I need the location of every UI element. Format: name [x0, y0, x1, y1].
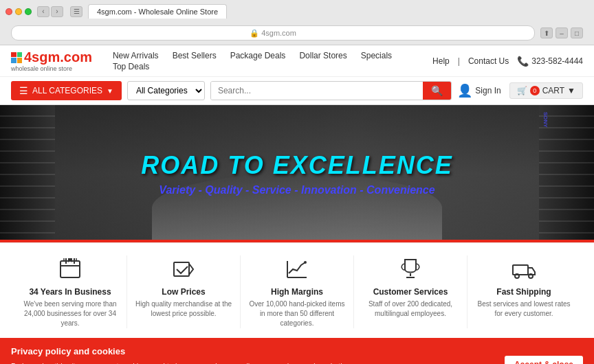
main-nav: New Arrivals Best Sellers Package Deals …: [113, 51, 432, 71]
feature-prices-title: Low Prices: [162, 287, 205, 297]
trophy-icon: [398, 255, 423, 283]
feature-years-title: 34 Years In Business: [29, 287, 111, 297]
chevron-down-icon: ▼: [107, 87, 113, 95]
hamburger-icon: ☰: [19, 85, 28, 96]
nav-top-deals[interactable]: Top Deals: [113, 62, 149, 71]
nav-package-deals[interactable]: Package Deals: [230, 51, 286, 60]
phone-icon: 📞: [517, 56, 529, 67]
feature-margins-title: High Margins: [271, 287, 323, 297]
nav-top-row: New Arrivals Best Sellers Package Deals …: [113, 51, 432, 60]
svg-point-14: [529, 274, 533, 278]
feature-prices: Low Prices High quality merchandise at t…: [127, 255, 241, 328]
minimize-window-button[interactable]: –: [556, 27, 568, 38]
phone-number: 📞 323-582-4444: [517, 56, 583, 67]
header-actions: 👤 Sign In 🛒 0 CART ▼: [457, 82, 583, 99]
tab-bar: 4sgm.com - Wholesale Online Store: [88, 4, 227, 19]
nav-bottom-row: Top Deals: [113, 62, 432, 71]
feature-years-desc: We've been serving more than 24,000 busi…: [19, 299, 121, 328]
cookie-title: Privacy policy and cookies: [11, 345, 497, 359]
nav-dollar-stores[interactable]: Dollar Stores: [299, 51, 346, 60]
site-content: 4sgm.com wholesale online store New Arri…: [0, 45, 594, 364]
svg-rect-0: [60, 261, 80, 277]
logo-tagline: wholesale online store: [11, 65, 92, 72]
hero-background: ROAD TO EXCELLENCE Variety - Quality - S…: [0, 105, 594, 242]
svg-rect-12: [513, 265, 528, 275]
share-button[interactable]: ⬆: [540, 27, 553, 38]
logo[interactable]: 4sgm.com wholesale online store: [11, 49, 92, 72]
feature-service-desc: Staff of over 200 dedicated, multilingua…: [360, 299, 461, 319]
header-right: Help | Contact Us 📞 323-582-4444: [432, 56, 583, 67]
cart-icon: 🛒: [517, 86, 527, 95]
contact-link[interactable]: Contact Us: [468, 56, 509, 66]
search-button[interactable]: 🔍: [423, 82, 451, 100]
nav-best-sellers[interactable]: Best Sellers: [173, 51, 217, 60]
nav-specials[interactable]: Specials: [361, 51, 392, 60]
feature-margins-desc: Over 10,000 hand-picked items in more th…: [246, 299, 348, 328]
feature-service-title: Customer Services: [373, 287, 448, 297]
feature-years: 34 Years In Business We've been serving …: [14, 255, 127, 328]
features-section: 34 Years In Business We've been serving …: [0, 242, 594, 338]
chart-icon: [285, 255, 309, 283]
search-icon: 🔍: [431, 85, 443, 96]
search-bar: ☰ ALL CATEGORIES ▼ All Categories 🔍 👤 Si…: [0, 77, 594, 105]
maximize-button[interactable]: [25, 8, 32, 15]
svg-rect-6: [174, 262, 189, 276]
hero-banner: ROAD TO EXCELLENCE Variety - Quality - S…: [0, 105, 594, 242]
feature-shipping: Fast Shipping Best services and lowest r…: [468, 255, 580, 328]
close-button[interactable]: [6, 8, 12, 15]
cart-count: 0: [530, 86, 540, 95]
hero-subtitle: Variety - Quality - Service - Innovation…: [159, 184, 434, 196]
feature-margins: High Margins Over 10,000 hand-picked ite…: [241, 255, 354, 328]
cart-button[interactable]: 🛒 0 CART ▼: [509, 82, 583, 99]
active-tab[interactable]: 4sgm.com - Wholesale Online Store: [88, 4, 227, 19]
minimize-button[interactable]: [15, 8, 22, 15]
category-select[interactable]: All Categories: [127, 81, 205, 100]
svg-point-9: [304, 261, 307, 264]
back-button[interactable]: ‹: [37, 6, 50, 17]
forward-button[interactable]: ›: [51, 6, 63, 17]
all-categories-button[interactable]: ☰ ALL CATEGORIES ▼: [11, 81, 122, 100]
feature-prices-desc: High quality merchandise at the lowest p…: [133, 299, 234, 319]
help-link[interactable]: Help: [432, 56, 450, 66]
feature-service: Customer Services Staff of over 200 dedi…: [354, 255, 468, 328]
svg-point-13: [515, 274, 519, 278]
cookie-line1: By browsing this site you accept cookies…: [11, 361, 497, 364]
search-input[interactable]: [211, 82, 423, 100]
feature-shipping-desc: Best services and lowest rates for every…: [473, 299, 575, 319]
feature-shipping-title: Fast Shipping: [496, 287, 551, 297]
cart-chevron-icon: ▼: [567, 86, 575, 95]
cookie-text: Privacy policy and cookies By browsing t…: [11, 345, 497, 364]
browser-chrome: ‹ › ☰ 4sgm.com - Wholesale Online Store …: [0, 0, 594, 45]
nav-new-arrivals[interactable]: New Arrivals: [113, 51, 159, 60]
truck-icon: [512, 255, 536, 283]
header: 4sgm.com wholesale online store New Arri…: [0, 45, 594, 77]
tag-icon: [171, 255, 196, 283]
calendar-icon: [58, 255, 82, 283]
tab-list-button[interactable]: ☰: [70, 6, 82, 17]
hero-title: ROAD TO EXCELLENCE: [141, 151, 452, 180]
traffic-lights: [6, 8, 32, 15]
address-bar[interactable]: 🔒 4sgm.com: [11, 25, 535, 41]
search-input-wrap: 🔍: [210, 81, 452, 100]
sign-in-button[interactable]: 👤 Sign In: [457, 83, 500, 98]
cookie-bar: Privacy policy and cookies By browsing t…: [0, 338, 594, 364]
accept-close-button[interactable]: Accept & close: [505, 356, 583, 364]
nav-buttons: ‹ ›: [37, 6, 63, 17]
fullscreen-button[interactable]: □: [571, 27, 583, 38]
user-icon: 👤: [457, 83, 472, 98]
